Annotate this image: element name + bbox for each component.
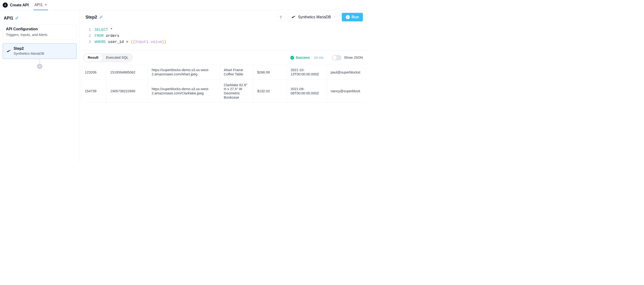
play-icon	[346, 15, 350, 19]
tab-label: API1	[34, 2, 43, 7]
integration-label: Synthetics MariaDB	[298, 15, 331, 19]
cell: Ahart Frame Coffee Table	[220, 65, 253, 80]
cell: 123206	[81, 65, 106, 80]
cell: https://superblocks-demo.s3.us-west-2.am…	[148, 80, 220, 102]
cell: $266.99	[254, 65, 287, 80]
table-row[interactable]: 1232061519594885062https://superblocks-d…	[81, 65, 366, 80]
add-step-button[interactable]	[37, 64, 42, 69]
main: Step2 Synthetics MariaDB	[79, 10, 366, 162]
cell: 154739	[81, 80, 106, 102]
cell: $132.02	[254, 80, 287, 102]
status: Success · 14 ms	[290, 56, 324, 60]
tab-api1[interactable]: API1 ✕	[34, 0, 48, 10]
create-api-label: Create API	[10, 3, 29, 7]
show-json-label: Show JSON	[344, 56, 363, 60]
edit-icon[interactable]	[15, 16, 18, 20]
chevron-down-icon	[333, 15, 336, 19]
cell: paul@superblockst	[327, 65, 366, 80]
main-header: Step2 Synthetics MariaDB	[79, 10, 366, 24]
mariadb-icon	[6, 49, 11, 54]
results-panel: Result Executed SQL Success · 14 ms	[79, 50, 366, 162]
cell: 2021-09-08T00:00:00.000Z	[287, 80, 327, 102]
topbar: Create API API1 ✕	[0, 0, 366, 10]
plus-icon	[2, 2, 8, 8]
close-icon[interactable]: ✕	[44, 3, 47, 6]
cell: nancy@superblock	[327, 80, 366, 102]
run-label: Run	[352, 15, 359, 19]
code-editor[interactable]: 1SELECT * 2FROM orders 3WHERE user_id = …	[79, 24, 366, 50]
cell: 1519594885062	[106, 65, 148, 80]
step-card-step2[interactable]: Step2 Synthetics MariaDB	[2, 43, 76, 59]
results-table: 1232061519594885062https://superblocks-d…	[79, 65, 366, 103]
config-title: API Configuration	[6, 27, 73, 31]
edit-icon[interactable]	[99, 15, 103, 19]
results-tabs: Result Executed SQL	[83, 53, 133, 62]
mariadb-icon	[291, 15, 296, 20]
tab-executed-sql[interactable]: Executed SQL	[102, 54, 132, 61]
step-title-text: Step2	[86, 14, 97, 20]
config-subtitle: Triggers, Inputs, and Alerts	[6, 33, 73, 37]
cell: 2021-10-13T00:00:00.000Z	[287, 65, 327, 80]
create-api-button[interactable]: Create API	[2, 2, 29, 8]
cell: Clarklake 62.6" H x 27.5" W Geometric Bo…	[220, 80, 253, 102]
sidebar: API1 API Configuration Triggers, Inputs,…	[0, 10, 79, 162]
api-title: API1	[2, 16, 76, 24]
run-button[interactable]: Run	[342, 13, 363, 21]
show-json-toggle[interactable]	[332, 55, 342, 60]
api-title-text: API1	[4, 16, 14, 20]
step-title: Step2	[86, 14, 103, 20]
status-timing: 14 ms	[314, 56, 324, 60]
api-config-card[interactable]: API Configuration Triggers, Inputs, and …	[2, 24, 76, 40]
delete-button[interactable]	[276, 13, 285, 21]
results-bar: Result Executed SQL Success · 14 ms	[79, 51, 366, 65]
step-name: Step2	[14, 46, 44, 51]
cell: https://superblocks-demo.s3.us-west-2.am…	[148, 65, 220, 80]
tab-result[interactable]: Result	[84, 54, 102, 61]
check-icon	[290, 56, 294, 60]
status-label: Success	[296, 56, 310, 60]
step-integration: Synthetics MariaDB	[14, 52, 44, 56]
cell: 1905738222665	[106, 80, 148, 102]
table-row[interactable]: 1547391905738222665https://superblocks-d…	[81, 80, 366, 102]
integration-select[interactable]: Synthetics MariaDB	[288, 13, 339, 21]
